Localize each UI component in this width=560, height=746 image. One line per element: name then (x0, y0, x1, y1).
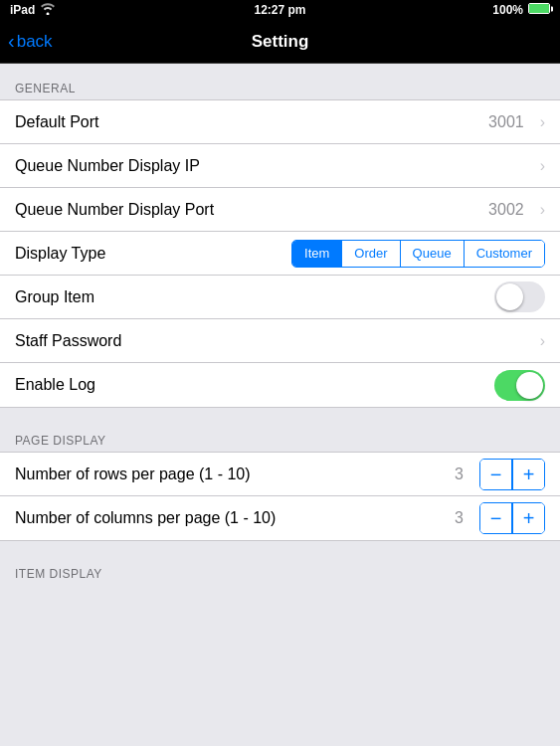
rows-per-page-label: Number of rows per page (1 - 10) (15, 466, 455, 483)
enable-log-label: Enable Log (15, 376, 494, 394)
display-type-segmented[interactable]: Item Order Queue Customer (291, 240, 545, 268)
enable-log-toggle[interactable] (494, 370, 545, 401)
queue-port-value: 3002 (488, 201, 524, 219)
rows-per-page-decrement[interactable]: − (480, 460, 512, 489)
display-type-label: Display Type (15, 245, 291, 263)
settings-content: GENERAL Default Port 3001 › Queue Number… (0, 64, 560, 585)
battery-fill (529, 4, 549, 13)
rows-per-page-stepper[interactable]: − + (479, 459, 545, 490)
page-title: Setting (252, 32, 309, 52)
general-table: Default Port 3001 › Queue Number Display… (0, 99, 560, 408)
section-header-general: GENERAL (0, 74, 560, 99)
default-port-row[interactable]: Default Port 3001 › (0, 100, 560, 144)
columns-per-page-right: 3 − + (455, 502, 545, 534)
group-item-row: Group Item (0, 276, 560, 319)
navigation-bar: ‹ back Setting (0, 20, 560, 64)
default-port-right: 3001 › (488, 113, 545, 131)
columns-per-page-stepper[interactable]: − + (479, 502, 545, 534)
columns-per-page-increment[interactable]: + (512, 503, 544, 533)
columns-per-page-decrement[interactable]: − (480, 503, 512, 533)
enable-log-toggle-knob (516, 372, 543, 399)
staff-password-label: Staff Password (15, 332, 540, 350)
battery-icon (528, 3, 550, 14)
columns-per-page-value: 3 (455, 509, 464, 527)
rows-per-page-increment[interactable]: + (512, 460, 544, 489)
status-left: iPad (10, 3, 56, 18)
staff-password-right: › (540, 332, 545, 350)
default-port-chevron: › (540, 113, 545, 131)
columns-per-page-row: Number of columns per page (1 - 10) 3 − … (0, 496, 560, 540)
rows-per-page-row: Number of rows per page (1 - 10) 3 − + (0, 453, 560, 496)
back-button[interactable]: ‹ back (8, 32, 53, 52)
battery-percent: 100% (492, 3, 523, 17)
queue-port-row[interactable]: Queue Number Display Port 3002 › (0, 188, 560, 232)
display-type-row: Display Type Item Order Queue Customer (0, 232, 560, 276)
queue-port-right: 3002 › (488, 201, 545, 219)
enable-log-row: Enable Log (0, 363, 560, 407)
queue-ip-right: › (540, 157, 545, 175)
default-port-value: 3001 (488, 113, 524, 131)
seg-customer-button[interactable]: Customer (465, 241, 544, 267)
staff-password-chevron: › (540, 332, 545, 350)
wifi-icon (40, 3, 56, 18)
back-chevron-icon: ‹ (8, 31, 15, 51)
queue-port-chevron: › (540, 201, 545, 219)
status-bar: iPad 12:27 pm 100% (0, 0, 560, 20)
seg-item-button[interactable]: Item (292, 241, 342, 267)
seg-order-button[interactable]: Order (342, 241, 400, 267)
queue-ip-chevron: › (540, 157, 545, 175)
section-header-page-display: PAGE DISPLAY (0, 426, 560, 452)
status-right: 100% (492, 3, 550, 17)
group-item-label: Group Item (15, 288, 494, 306)
seg-queue-button[interactable]: Queue (401, 241, 465, 267)
staff-password-row[interactable]: Staff Password › (0, 319, 560, 363)
rows-per-page-value: 3 (455, 466, 464, 483)
page-display-table: Number of rows per page (1 - 10) 3 − + N… (0, 452, 560, 541)
battery-icon-wrapper (528, 3, 550, 17)
section-header-item-display: ITEM DISPLAY (0, 559, 560, 585)
default-port-label: Default Port (15, 113, 488, 131)
back-label: back (17, 32, 53, 52)
rows-per-page-right: 3 − + (455, 459, 545, 490)
group-item-toggle[interactable] (494, 281, 545, 312)
columns-per-page-label: Number of columns per page (1 - 10) (15, 509, 455, 527)
device-label: iPad (10, 3, 35, 17)
time-display: 12:27 pm (254, 3, 305, 17)
group-item-toggle-knob (496, 283, 523, 310)
queue-port-label: Queue Number Display Port (15, 201, 488, 219)
queue-ip-row[interactable]: Queue Number Display IP › (0, 144, 560, 188)
queue-ip-label: Queue Number Display IP (15, 157, 540, 175)
